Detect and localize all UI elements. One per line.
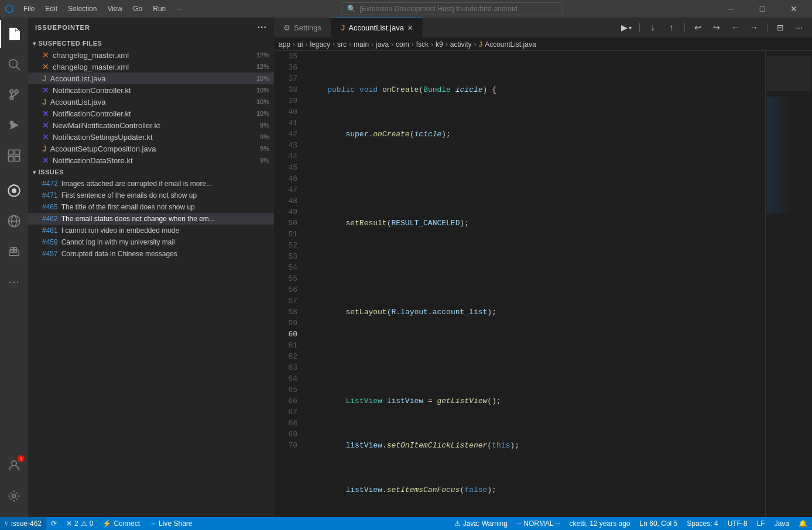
breadcrumb-src[interactable]: src <box>337 40 347 49</box>
file-percent: 12% <box>256 63 269 70</box>
menu-go[interactable]: Go <box>128 2 147 15</box>
status-bar: ⑂ issue-462 ⟳ ✕ 2 ⚠ 0 ⚡ Connect → Live S… <box>0 517 812 530</box>
issue-item[interactable]: #459 Cannot log in with my university ma… <box>28 236 274 248</box>
move-up-icon[interactable]: ↑ <box>663 20 680 35</box>
menu-more[interactable]: ··· <box>172 2 187 15</box>
connect-status[interactable]: ⚡ Connect <box>98 517 145 530</box>
breadcrumb-activity[interactable]: activity <box>450 40 472 49</box>
menu-selection[interactable]: Selection <box>63 2 101 15</box>
file-item[interactable]: ✕ changelog_master.xml 12% <box>28 61 274 73</box>
issue-item[interactable]: #471 First sentence of the emails do not… <box>28 190 274 201</box>
code-editor[interactable]: 35 36 37 38 39 40 41 42 43 44 45 46 47 4… <box>274 51 812 517</box>
more-activity-icon[interactable]: ··· <box>0 268 28 296</box>
undo-icon[interactable]: ↩ <box>690 20 706 35</box>
issue-item[interactable]: #461 I cannot run video in embedded mode <box>28 225 274 236</box>
file-name: NewMailNotificationController.kt <box>53 121 256 130</box>
account-activity-icon[interactable]: 1 <box>0 452 28 480</box>
indent-status[interactable]: Spaces: 4 <box>682 517 722 530</box>
git-blame-status[interactable]: cketti, 12 years ago <box>564 517 635 530</box>
breadcrumb-current-file[interactable]: J AccountList.java <box>478 40 536 49</box>
accountlist-tab[interactable]: J AccountList.java × <box>331 18 423 37</box>
breadcrumb-app[interactable]: app <box>279 40 290 49</box>
encoding-status[interactable]: UTF-8 <box>723 517 752 530</box>
minimap <box>765 51 812 517</box>
maximize-button[interactable]: □ <box>749 0 776 18</box>
run-debug-activity-icon[interactable] <box>0 111 28 139</box>
breadcrumb-k9[interactable]: k9 <box>436 40 443 49</box>
minimize-button[interactable]: ─ <box>717 0 744 18</box>
issue-item[interactable]: #457 Corrupted data in Chinese messages <box>28 248 274 260</box>
file-item[interactable]: ✕ NotificationSettingsUpdater.kt 9% <box>28 131 274 143</box>
java-warning-status[interactable]: ⚠ Java: Warning <box>450 517 512 530</box>
title-bar-search-area: 🔍 <box>187 2 717 15</box>
file-item[interactable]: ✕ NotificationController.kt 10% <box>28 84 274 96</box>
code-line-38: setResult(RESULT_CANCELED); <box>309 218 760 229</box>
sidebar-more-icon[interactable]: ··· <box>258 22 267 33</box>
git-sync-status[interactable]: ⟳ <box>46 517 61 530</box>
code-view[interactable]: 35 36 37 38 39 40 41 42 43 44 45 46 47 4… <box>274 51 812 517</box>
svg-rect-8 <box>15 150 19 154</box>
java-icon: J <box>42 144 47 153</box>
file-percent: 10% <box>256 87 269 94</box>
errors-warnings-status[interactable]: ✕ 2 ⚠ 0 <box>61 517 98 530</box>
move-down-icon[interactable]: ↓ <box>645 20 661 35</box>
remote-activity-icon[interactable] <box>0 207 28 235</box>
menu-edit[interactable]: Edit <box>40 2 62 15</box>
run-button[interactable]: ▶ ▾ <box>618 20 635 35</box>
file-item-active[interactable]: J AccountList.java 10% <box>28 73 274 84</box>
menu-view[interactable]: View <box>102 2 127 15</box>
docker-activity-icon[interactable] <box>0 238 28 266</box>
file-item[interactable]: J AccountSetupComposition.java 9% <box>28 143 274 154</box>
connect-icon: ⚡ <box>102 519 111 528</box>
settings-activity-icon[interactable] <box>0 482 28 510</box>
breadcrumb-com[interactable]: com <box>396 40 409 49</box>
issues-header[interactable]: ▾ ISSUES <box>28 166 274 178</box>
language-status[interactable]: Java <box>770 517 794 530</box>
split-editor-icon[interactable]: ⊟ <box>772 20 789 35</box>
issue-item-active[interactable]: #462 The email status does not change wh… <box>28 213 274 225</box>
file-item[interactable]: ✕ changelog_master.xml 12% <box>28 49 274 61</box>
search-activity-icon[interactable] <box>0 50 28 78</box>
tab-bar: ⚙ Settings J AccountList.java × ▶ ▾ ↓ ↑ … <box>274 18 812 38</box>
git-branch-status[interactable]: ⑂ issue-462 <box>0 517 46 530</box>
breadcrumb-main[interactable]: main <box>354 40 369 49</box>
vim-mode-status[interactable]: -- NORMAL -- <box>512 517 565 530</box>
issue-item[interactable]: #472 Images attached are corrupted if em… <box>28 178 274 190</box>
issuepointer-activity-icon[interactable] <box>0 177 28 205</box>
file-item[interactable]: ✕ NewMailNotificationController.kt 9% <box>28 119 274 131</box>
file-item[interactable]: ✕ NotificationDataStore.kt 9% <box>28 154 274 166</box>
suspected-files-header[interactable]: ▾ SUSPECTED FILES <box>28 37 274 49</box>
issue-item[interactable]: #465 The title of the first email does n… <box>28 201 274 213</box>
source-control-activity-icon[interactable] <box>0 81 28 109</box>
breadcrumb-java[interactable]: java <box>376 40 389 49</box>
file-percent: 10% <box>256 110 269 117</box>
menu-run[interactable]: Run <box>148 2 170 15</box>
file-name: NotificationSettingsUpdater.kt <box>53 133 256 142</box>
error-icon: ✕ <box>66 519 72 528</box>
prev-icon[interactable]: ← <box>727 20 744 35</box>
redo-icon[interactable]: ↪ <box>708 20 725 35</box>
explorer-activity-icon[interactable] <box>0 20 28 48</box>
next-icon[interactable]: → <box>746 20 762 35</box>
extensions-activity-icon[interactable] <box>0 142 28 170</box>
issue-text: Images attached are corrupted if email i… <box>61 180 212 188</box>
notifications-status[interactable]: 🔔 <box>794 517 812 530</box>
search-box[interactable]: 🔍 <box>341 2 563 15</box>
liveshare-icon: → <box>149 519 156 528</box>
close-button[interactable]: ✕ <box>780 0 807 18</box>
file-item[interactable]: ✕ NotificationController.kt 10% <box>28 108 274 119</box>
settings-tab[interactable]: ⚙ Settings <box>274 18 331 37</box>
run-dropdown-icon[interactable]: ▾ <box>629 25 632 31</box>
menu-file[interactable]: File <box>19 2 39 15</box>
xml-icon: ✕ <box>42 62 49 71</box>
file-item[interactable]: J AccountList.java 10% <box>28 96 274 108</box>
more-actions-icon[interactable]: ··· <box>791 20 807 35</box>
search-input[interactable] <box>359 5 557 13</box>
line-ending-status[interactable]: LF <box>752 517 770 530</box>
breadcrumb-fsck[interactable]: fsck <box>416 40 429 49</box>
liveshare-status[interactable]: → Live Share <box>145 517 197 530</box>
breadcrumb-ui[interactable]: ui <box>297 40 303 49</box>
close-tab-icon[interactable]: × <box>407 23 413 33</box>
breadcrumb-legacy[interactable]: legacy <box>310 40 330 49</box>
cursor-position-status[interactable]: Ln 60, Col 5 <box>635 517 683 530</box>
